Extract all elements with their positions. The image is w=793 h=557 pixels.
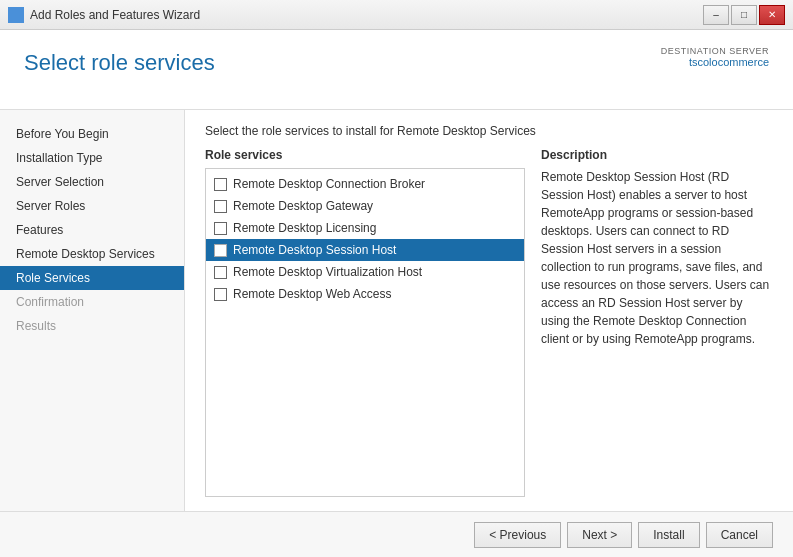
sidebar-item-8: Results (0, 314, 184, 338)
previous-button[interactable]: < Previous (474, 522, 561, 548)
svg-rect-3 (17, 16, 22, 21)
window-controls: – □ ✕ (703, 5, 785, 25)
sidebar-item-2[interactable]: Server Selection (0, 170, 184, 194)
description-header: Description (541, 148, 773, 162)
service-label-4: Remote Desktop Virtualization Host (233, 265, 422, 279)
sidebar-item-3[interactable]: Server Roles (0, 194, 184, 218)
service-checkbox-4[interactable] (214, 266, 227, 279)
next-button[interactable]: Next > (567, 522, 632, 548)
cancel-button[interactable]: Cancel (706, 522, 773, 548)
service-item-4[interactable]: Remote Desktop Virtualization Host (206, 261, 524, 283)
service-checkbox-2[interactable] (214, 222, 227, 235)
title-bar-left: Add Roles and Features Wizard (8, 7, 200, 23)
svg-rect-1 (17, 9, 22, 14)
two-column: Role services Remote Desktop Connection … (205, 148, 773, 497)
role-services-header: Role services (205, 148, 525, 162)
sidebar-item-4[interactable]: Features (0, 218, 184, 242)
destination-name: tscolocommerce (661, 56, 769, 68)
service-checkbox-3[interactable] (214, 244, 227, 257)
service-item-3[interactable]: Remote Desktop Session Host (206, 239, 524, 261)
sidebar-item-5[interactable]: Remote Desktop Services (0, 242, 184, 266)
maximize-button[interactable]: □ (731, 5, 757, 25)
destination-label: DESTINATION SERVER (661, 46, 769, 56)
description-text: Remote Desktop Session Host (RD Session … (541, 168, 773, 348)
service-item-2[interactable]: Remote Desktop Licensing (206, 217, 524, 239)
svg-rect-2 (10, 16, 15, 21)
footer: < Previous Next > Install Cancel (0, 511, 793, 557)
service-item-1[interactable]: Remote Desktop Gateway (206, 195, 524, 217)
sidebar-item-1[interactable]: Installation Type (0, 146, 184, 170)
install-button[interactable]: Install (638, 522, 699, 548)
service-checkbox-0[interactable] (214, 178, 227, 191)
app-icon (8, 7, 24, 23)
sidebar-item-7: Confirmation (0, 290, 184, 314)
service-label-3: Remote Desktop Session Host (233, 243, 396, 257)
service-label-5: Remote Desktop Web Access (233, 287, 392, 301)
description-panel: Description Remote Desktop Session Host … (541, 148, 773, 497)
minimize-button[interactable]: – (703, 5, 729, 25)
service-label-0: Remote Desktop Connection Broker (233, 177, 425, 191)
service-item-5[interactable]: Remote Desktop Web Access (206, 283, 524, 305)
window-title: Add Roles and Features Wizard (30, 8, 200, 22)
sidebar-item-0[interactable]: Before You Begin (0, 122, 184, 146)
panel-subtitle: Select the role services to install for … (205, 124, 773, 138)
service-label-1: Remote Desktop Gateway (233, 199, 373, 213)
svg-rect-0 (10, 9, 15, 14)
title-bar: Add Roles and Features Wizard – □ ✕ (0, 0, 793, 30)
content-area: Before You BeginInstallation TypeServer … (0, 110, 793, 511)
role-services-list: Remote Desktop Connection BrokerRemote D… (205, 168, 525, 497)
close-button[interactable]: ✕ (759, 5, 785, 25)
service-label-2: Remote Desktop Licensing (233, 221, 376, 235)
role-services-panel: Role services Remote Desktop Connection … (205, 148, 525, 497)
sidebar: Before You BeginInstallation TypeServer … (0, 110, 185, 511)
service-checkbox-1[interactable] (214, 200, 227, 213)
page-title: Select role services (24, 50, 215, 76)
header-area: Select role services DESTINATION SERVER … (0, 30, 793, 110)
window-body: Select role services DESTINATION SERVER … (0, 30, 793, 557)
service-checkbox-5[interactable] (214, 288, 227, 301)
main-panel: Select the role services to install for … (185, 110, 793, 511)
panel-content: Select the role services to install for … (185, 110, 793, 511)
sidebar-item-6[interactable]: Role Services (0, 266, 184, 290)
service-item-0[interactable]: Remote Desktop Connection Broker (206, 173, 524, 195)
destination-server: DESTINATION SERVER tscolocommerce (661, 46, 769, 68)
